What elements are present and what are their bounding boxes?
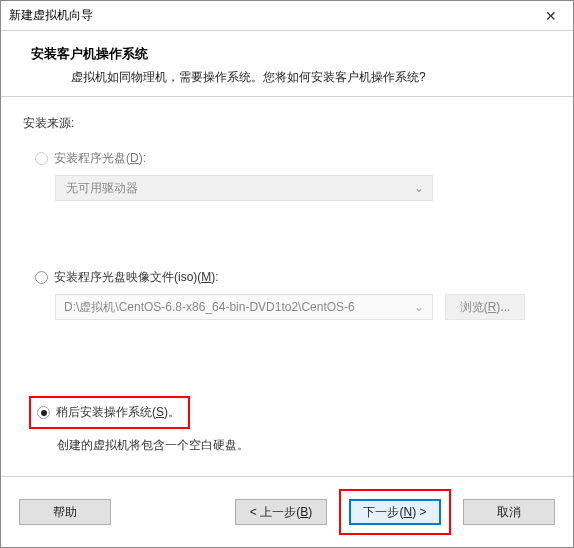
option-install-iso[interactable]: 安装程序光盘映像文件(iso)(M): xyxy=(35,269,551,286)
option-install-later-highlight: 稍后安装操作系统(S)。 xyxy=(29,396,190,429)
option-install-later-label: 稍后安装操作系统(S)。 xyxy=(56,404,180,421)
chevron-down-icon: ⌄ xyxy=(414,300,424,314)
radio-icon xyxy=(35,152,48,165)
wizard-footer: 帮助 < 上一步(B) 下一步(N) > 取消 xyxy=(1,476,573,547)
later-hint: 创建的虚拟机将包含一个空白硬盘。 xyxy=(57,437,551,454)
back-button[interactable]: < 上一步(B) xyxy=(235,499,327,525)
wizard-body: 安装来源: 安装程序光盘(D): 无可用驱动器 ⌄ 安装程序光盘映像文件(iso… xyxy=(1,97,573,476)
source-label: 安装来源: xyxy=(23,115,551,132)
radio-icon xyxy=(35,271,48,284)
header-subtitle: 虚拟机如同物理机，需要操作系统。您将如何安装客户机操作系统? xyxy=(31,69,543,86)
wizard-header: 安装客户机操作系统 虚拟机如同物理机，需要操作系统。您将如何安装客户机操作系统? xyxy=(1,31,573,97)
browse-button: 浏览(R)... xyxy=(445,294,525,320)
close-button[interactable]: ✕ xyxy=(529,1,573,31)
radio-icon xyxy=(37,406,50,419)
drive-dropdown: 无可用驱动器 ⌄ xyxy=(55,175,433,201)
window-title: 新建虚拟机向导 xyxy=(9,7,529,24)
iso-path-combobox: D:\虚拟机\CentOS-6.8-x86_64-bin-DVD1to2\Cen… xyxy=(55,294,433,320)
next-button-highlight: 下一步(N) > xyxy=(339,489,451,535)
iso-path-text: D:\虚拟机\CentOS-6.8-x86_64-bin-DVD1to2\Cen… xyxy=(64,299,355,316)
iso-row: D:\虚拟机\CentOS-6.8-x86_64-bin-DVD1to2\Cen… xyxy=(55,294,551,320)
option-install-later[interactable]: 稍后安装操作系统(S)。 xyxy=(37,404,180,421)
option-install-iso-label: 安装程序光盘映像文件(iso)(M): xyxy=(54,269,219,286)
option-install-disc-label: 安装程序光盘(D): xyxy=(54,150,146,167)
next-button[interactable]: 下一步(N) > xyxy=(349,499,441,525)
drive-dropdown-text: 无可用驱动器 xyxy=(66,180,138,197)
close-icon: ✕ xyxy=(545,8,557,24)
cancel-button[interactable]: 取消 xyxy=(463,499,555,525)
header-title: 安装客户机操作系统 xyxy=(31,45,543,63)
help-button[interactable]: 帮助 xyxy=(19,499,111,525)
option-install-disc: 安装程序光盘(D): xyxy=(35,150,551,167)
chevron-down-icon: ⌄ xyxy=(414,181,424,195)
titlebar: 新建虚拟机向导 ✕ xyxy=(1,1,573,31)
